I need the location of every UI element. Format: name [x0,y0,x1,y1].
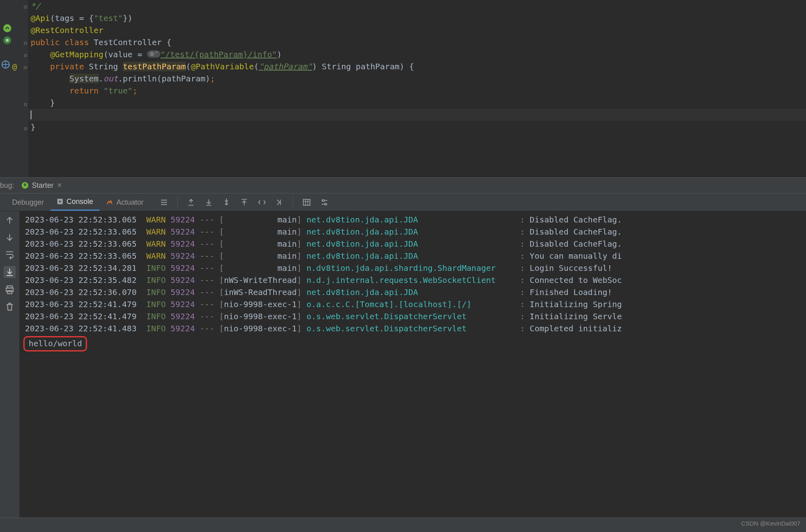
export-up-icon[interactable] [187,198,195,207]
spring-boot-icon [21,182,29,189]
url-string: "/test/{pathParam}/info" [160,50,277,59]
annotation-pathvar: @PathVariable [191,62,254,71]
keyword: private [50,62,84,71]
spring-gutter-icon[interactable] [2,23,12,33]
editor-gutter: ⊟ ⊟ ⊟ @ ⊟ ⊟ ⊟ [0,0,28,177]
fold-collapse-icon[interactable]: ⊟ [23,123,27,135]
punc: ( [254,62,259,71]
param: pathParam [356,62,399,71]
punc: (value = [104,50,147,59]
log-line: 2023-06-23 22:52:41.479 INFO 59224 --- [… [25,310,806,322]
web-gutter-icon[interactable] [1,60,10,69]
console-side-toolbar [0,211,19,517]
punc: . [99,74,104,83]
fold-collapse-icon[interactable]: ⊟ [23,98,27,110]
class-ref: System [69,74,98,83]
run-config-tab-label: Starter [32,179,54,191]
log-line: 2023-06-23 22:52:33.065 WARN 59224 --- [… [25,238,806,250]
type: String [89,62,118,71]
code-area[interactable]: */ @Api(tags = {"test"}) @RestController… [28,0,806,177]
log-line: 2023-06-23 22:52:33.065 WARN 59224 --- [… [25,214,806,226]
punc: . [118,74,123,83]
fold-expanded-icon[interactable]: ⊟ [23,61,27,73]
method-name: testPathParam [123,62,186,71]
goto-icon[interactable] [275,198,284,207]
fold-expanded-icon[interactable]: ⊟ [23,49,27,61]
tab-label: Debugger [12,196,44,208]
tab-actuator[interactable]: Actuator [100,193,150,211]
settings-sliders-icon[interactable] [320,198,329,207]
upload-icon[interactable] [240,198,249,207]
separator [177,197,178,207]
log-line: 2023-06-23 22:52:35.482 INFO 59224 --- [… [25,274,806,286]
tab-label: Actuator [116,196,143,208]
svg-point-0 [3,24,11,32]
run-config-tab-starter[interactable]: Starter ✕ [17,178,66,193]
run-config-label: bug: [0,179,17,191]
svg-point-2 [6,39,9,42]
console-toolbar [160,197,329,207]
log-line: 2023-06-23 22:52:33.065 WARN 59224 --- [… [25,250,806,262]
class-name: TestController [94,37,162,47]
actuator-icon [106,199,113,206]
annotation-getmapping: @GetMapping [50,50,103,59]
code-comment: */ [31,1,40,11]
keyword: class [64,37,89,47]
caret-icon [31,110,31,119]
download-icon[interactable] [204,198,213,207]
punc: ( [186,62,191,71]
punc: ) { [399,62,414,71]
soft-wrap-icon[interactable] [4,249,15,260]
log-line: 2023-06-23 22:52:34.281 INFO 59224 --- [… [25,262,806,274]
run-config-strip: bug: Starter ✕ [0,177,806,193]
string-lit: "pathParam" [259,62,312,71]
string-lit: "true" [104,86,133,96]
fold-expanded-icon[interactable]: ⊟ [23,1,27,13]
type: String [322,62,351,71]
scroll-to-end-icon[interactable] [4,266,16,278]
play-icon [57,198,63,205]
tab-label: Console [66,195,93,208]
punc: (tags = { [50,13,93,23]
program-output: hello/world [25,335,806,347]
log-line: 2023-06-23 22:52:41.479 INFO 59224 --- [… [25,298,806,310]
fold-expanded-icon[interactable]: ⊟ [23,37,27,49]
table-icon[interactable] [302,198,311,207]
param: pathParam [162,74,205,83]
field: out [104,74,118,83]
punc: ) [206,74,210,83]
punc: } [50,98,55,108]
scroll-up-icon[interactable] [4,215,15,226]
tab-console[interactable]: Console [50,193,100,211]
punc: ( [157,74,162,83]
scroll-down-icon[interactable] [4,232,15,243]
svg-point-8 [322,200,324,202]
caret-line[interactable] [28,109,806,121]
annotation-restcontroller: @RestController [31,25,104,35]
print-icon[interactable] [4,285,15,295]
log-line: 2023-06-23 22:52:33.065 WARN 59224 --- [… [25,226,806,238]
log-line: 2023-06-23 22:52:41.483 INFO 59224 --- [… [25,322,806,335]
cycle-icon[interactable] [258,198,266,207]
download-all-icon[interactable] [222,198,231,207]
log-line: 2023-06-23 22:52:36.070 INFO 59224 --- [… [25,286,806,298]
keyword: return [69,86,98,96]
punc: ) [312,62,322,71]
separator [293,197,293,207]
punc: }) [123,13,133,23]
punc: { [166,37,171,47]
punc: } [31,122,35,132]
method-call: println [123,74,157,83]
trash-icon[interactable] [4,301,15,312]
keyword: public [31,37,60,47]
annotation-api: @Api [31,13,50,23]
list-icon[interactable] [160,198,168,207]
http-method-badge[interactable]: ˅ [147,50,160,58]
tab-debugger[interactable]: Debugger [6,193,50,211]
override-at-icon[interactable]: @ [12,60,17,73]
console-output[interactable]: 2023-06-23 22:52:33.065 WARN 59224 --- [… [19,211,806,517]
punc: ) [277,50,282,59]
bean-gutter-icon[interactable] [2,35,12,45]
close-icon[interactable]: ✕ [57,179,62,191]
code-editor[interactable]: ⊟ ⊟ ⊟ @ ⊟ ⊟ ⊟ */ @Api(tags = {"test"}) @… [0,0,806,177]
